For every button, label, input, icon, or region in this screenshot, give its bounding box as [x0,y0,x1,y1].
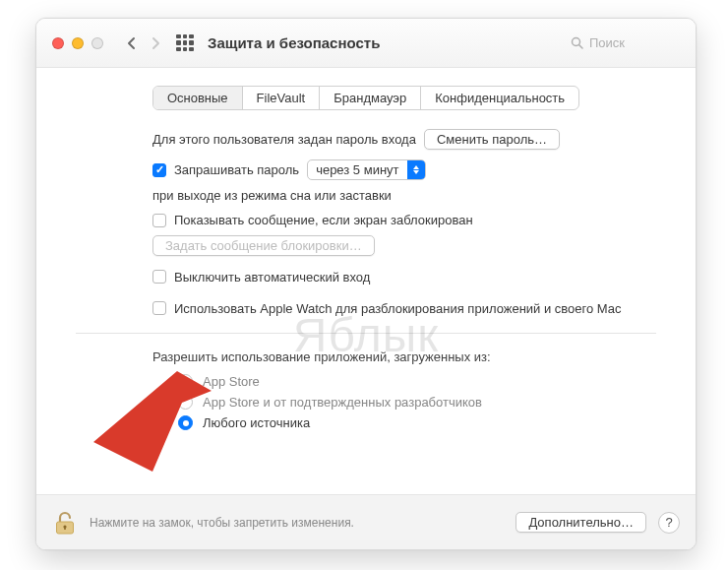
zoom-button[interactable] [91,37,103,49]
back-button[interactable] [121,32,143,54]
window-title: Защита и безопасность [208,34,380,51]
require-password-checkbox[interactable] [152,163,166,177]
show-lock-message-checkbox[interactable] [152,214,166,227]
lock-hint: Нажмите на замок, чтобы запретить измене… [90,516,354,530]
content: Основные FileVault Брандмауэр Конфиденци… [36,68,696,430]
allow-appstore-option[interactable]: App Store [178,374,656,389]
require-delay-popup[interactable]: через 5 минут [307,159,425,180]
apple-watch-checkbox[interactable] [152,301,166,315]
allow-identified-option[interactable]: App Store и от подтвержденных разработчи… [178,395,656,410]
require-delay-value: через 5 минут [308,162,406,177]
password-section: Для этого пользователя задан пароль вход… [36,110,696,319]
change-password-button[interactable]: Сменить пароль… [424,129,560,150]
forward-button[interactable] [145,32,166,54]
window-controls [52,37,103,49]
lock-button[interactable] [52,510,78,536]
close-button[interactable] [52,37,64,49]
allow-apps-title: Разрешить использование приложений, загр… [152,349,656,364]
disable-autologin-checkbox[interactable] [152,270,166,284]
show-lock-message-label: Показывать сообщение, если экран заблоки… [174,213,473,227]
search-placeholder: Поиск [589,35,625,50]
password-intro-label: Для этого пользователя задан пароль вход… [152,132,416,147]
prefs-window: Защита и безопасность Поиск Основные Fil… [35,18,697,550]
allow-identified-label: App Store и от подтвержденных разработчи… [203,395,482,410]
tab-general[interactable]: Основные [153,87,243,109]
chevron-updown-icon [407,160,425,179]
toolbar: Защита и безопасность Поиск [36,19,696,68]
tab-firewall[interactable]: Брандмауэр [320,87,421,109]
require-password-label: Запрашивать пароль [174,162,299,177]
disable-autologin-label: Выключить автоматический вход [174,270,370,285]
search-icon [571,36,583,49]
allow-apps-section: Разрешить использование приложений, загр… [36,334,696,430]
allow-anywhere-label: Любого источника [203,415,310,430]
radio-icon [178,415,193,430]
radio-icon [178,374,193,389]
apple-watch-label: Использовать Apple Watch для разблокиров… [174,301,621,316]
tab-filevault[interactable]: FileVault [243,87,321,109]
require-after-label: при выходе из режима сна или заставки [152,188,392,203]
set-lock-message-button: Задать сообщение блокировки… [152,235,375,256]
radio-icon [178,395,193,410]
help-button[interactable]: ? [658,512,680,534]
tab-privacy[interactable]: Конфиденциальность [421,87,578,109]
allow-anywhere-option[interactable]: Любого источника [178,415,656,430]
svg-rect-4 [64,527,66,530]
search-field[interactable]: Поиск [571,35,684,50]
advanced-button[interactable]: Дополнительно… [516,512,646,533]
tab-bar: Основные FileVault Брандмауэр Конфиденци… [36,86,696,110]
all-prefs-button[interactable] [176,34,194,52]
svg-line-1 [579,45,583,49]
lock-open-icon [54,511,76,535]
allow-appstore-label: App Store [203,374,260,389]
minimize-button[interactable] [72,37,84,49]
bottom-bar: Нажмите на замок, чтобы запретить измене… [36,494,696,549]
